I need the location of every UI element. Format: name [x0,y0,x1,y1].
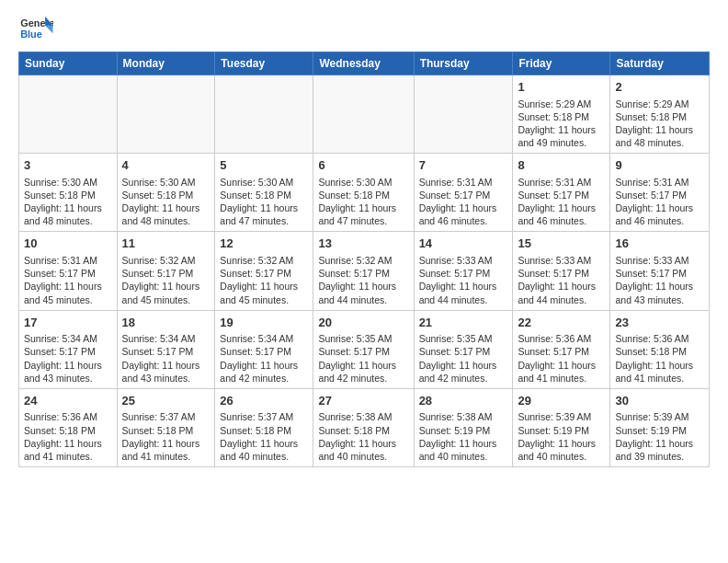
page: General Blue SundayMondayTuesdayWednesda… [0,0,728,482]
calendar-cell [215,75,313,154]
day-header-tuesday: Tuesday [215,52,313,75]
svg-marker-3 [45,26,52,33]
day-number: 10 [24,236,112,252]
calendar-cell: 1Sunrise: 5:29 AM Sunset: 5:18 PM Daylig… [513,75,610,154]
day-info: Sunrise: 5:35 AM Sunset: 5:17 PM Dayligh… [318,332,408,385]
calendar-cell: 16Sunrise: 5:33 AM Sunset: 5:17 PM Dayli… [610,232,710,310]
day-number: 1 [518,79,605,96]
day-number: 8 [518,157,605,174]
calendar-cell: 6Sunrise: 5:30 AM Sunset: 5:18 PM Daylig… [313,154,414,232]
day-info: Sunrise: 5:33 AM Sunset: 5:17 PM Dayligh… [615,254,704,306]
calendar-header-row: SundayMondayTuesdayWednesdayThursdayFrid… [19,52,710,75]
day-info: Sunrise: 5:39 AM Sunset: 5:19 PM Dayligh… [615,410,704,463]
calendar-cell: 24Sunrise: 5:36 AM Sunset: 5:18 PM Dayli… [19,388,118,466]
calendar-cell: 28Sunrise: 5:38 AM Sunset: 5:19 PM Dayli… [414,388,513,466]
calendar-cell [117,75,215,154]
calendar-cell: 3Sunrise: 5:30 AM Sunset: 5:18 PM Daylig… [19,154,118,232]
day-number: 2 [615,79,704,96]
day-info: Sunrise: 5:32 AM Sunset: 5:17 PM Dayligh… [318,254,408,306]
day-header-monday: Monday [117,52,215,75]
calendar-cell: 10Sunrise: 5:31 AM Sunset: 5:17 PM Dayli… [19,232,118,310]
day-info: Sunrise: 5:30 AM Sunset: 5:18 PM Dayligh… [24,176,112,228]
calendar-cell: 19Sunrise: 5:34 AM Sunset: 5:17 PM Dayli… [215,310,313,388]
day-number: 6 [318,157,408,174]
day-header-thursday: Thursday [414,52,513,75]
day-info: Sunrise: 5:36 AM Sunset: 5:18 PM Dayligh… [24,410,112,463]
calendar-cell: 22Sunrise: 5:36 AM Sunset: 5:17 PM Dayli… [513,310,610,388]
calendar-week-4: 24Sunrise: 5:36 AM Sunset: 5:18 PM Dayli… [19,388,710,466]
day-number: 27 [318,393,408,409]
day-header-wednesday: Wednesday [313,52,414,75]
calendar-week-1: 3Sunrise: 5:30 AM Sunset: 5:18 PM Daylig… [19,154,710,232]
day-number: 23 [615,315,704,331]
day-info: Sunrise: 5:38 AM Sunset: 5:18 PM Dayligh… [318,410,408,463]
day-info: Sunrise: 5:31 AM Sunset: 5:17 PM Dayligh… [615,176,704,228]
calendar-cell: 13Sunrise: 5:32 AM Sunset: 5:17 PM Dayli… [313,232,414,310]
day-info: Sunrise: 5:32 AM Sunset: 5:17 PM Dayligh… [122,254,210,306]
day-info: Sunrise: 5:31 AM Sunset: 5:17 PM Dayligh… [24,254,112,306]
day-number: 5 [220,157,308,174]
day-info: Sunrise: 5:30 AM Sunset: 5:18 PM Dayligh… [318,176,408,228]
day-number: 30 [615,393,704,409]
calendar-cell: 2Sunrise: 5:29 AM Sunset: 5:18 PM Daylig… [610,75,710,154]
calendar-cell: 15Sunrise: 5:33 AM Sunset: 5:17 PM Dayli… [513,232,610,310]
calendar-cell: 27Sunrise: 5:38 AM Sunset: 5:18 PM Dayli… [313,388,414,466]
header: General Blue [18,15,710,44]
day-info: Sunrise: 5:35 AM Sunset: 5:17 PM Dayligh… [419,332,508,385]
calendar-cell: 25Sunrise: 5:37 AM Sunset: 5:18 PM Dayli… [117,388,215,466]
day-info: Sunrise: 5:31 AM Sunset: 5:17 PM Dayligh… [419,176,508,228]
day-header-friday: Friday [513,52,610,75]
day-number: 13 [318,236,408,252]
calendar-cell [414,75,513,154]
day-number: 25 [122,393,210,409]
day-number: 7 [419,157,508,174]
calendar-cell: 11Sunrise: 5:32 AM Sunset: 5:17 PM Dayli… [117,232,215,310]
day-info: Sunrise: 5:33 AM Sunset: 5:17 PM Dayligh… [419,254,508,306]
calendar-cell: 26Sunrise: 5:37 AM Sunset: 5:18 PM Dayli… [215,388,313,466]
svg-text:Blue: Blue [20,29,42,40]
day-number: 15 [518,236,605,252]
calendar-cell: 7Sunrise: 5:31 AM Sunset: 5:17 PM Daylig… [414,154,513,232]
calendar-cell [19,75,118,154]
day-number: 3 [24,157,112,174]
day-info: Sunrise: 5:29 AM Sunset: 5:18 PM Dayligh… [615,98,704,150]
day-info: Sunrise: 5:30 AM Sunset: 5:18 PM Dayligh… [122,176,210,228]
calendar-cell: 14Sunrise: 5:33 AM Sunset: 5:17 PM Dayli… [414,232,513,310]
calendar-cell: 9Sunrise: 5:31 AM Sunset: 5:17 PM Daylig… [610,154,710,232]
day-number: 22 [518,315,605,331]
calendar-cell: 29Sunrise: 5:39 AM Sunset: 5:19 PM Dayli… [513,388,610,466]
day-info: Sunrise: 5:38 AM Sunset: 5:19 PM Dayligh… [419,410,508,463]
day-number: 17 [24,315,112,331]
calendar-week-3: 17Sunrise: 5:34 AM Sunset: 5:17 PM Dayli… [19,310,710,388]
day-number: 18 [122,315,210,331]
calendar-cell: 20Sunrise: 5:35 AM Sunset: 5:17 PM Dayli… [313,310,414,388]
logo-icon: General Blue [18,15,53,44]
day-number: 26 [220,393,308,409]
day-info: Sunrise: 5:30 AM Sunset: 5:18 PM Dayligh… [220,176,308,228]
day-header-sunday: Sunday [19,52,118,75]
calendar-cell: 30Sunrise: 5:39 AM Sunset: 5:19 PM Dayli… [610,388,710,466]
day-number: 28 [419,393,508,409]
day-number: 9 [615,157,704,174]
day-number: 19 [220,315,308,331]
day-info: Sunrise: 5:31 AM Sunset: 5:17 PM Dayligh… [518,176,605,228]
day-info: Sunrise: 5:34 AM Sunset: 5:17 PM Dayligh… [122,332,210,385]
day-header-saturday: Saturday [610,52,710,75]
calendar-cell: 21Sunrise: 5:35 AM Sunset: 5:17 PM Dayli… [414,310,513,388]
calendar-cell: 17Sunrise: 5:34 AM Sunset: 5:17 PM Dayli… [19,310,118,388]
day-info: Sunrise: 5:39 AM Sunset: 5:19 PM Dayligh… [518,410,605,463]
day-number: 16 [615,236,704,252]
day-info: Sunrise: 5:34 AM Sunset: 5:17 PM Dayligh… [220,332,308,385]
calendar-cell: 18Sunrise: 5:34 AM Sunset: 5:17 PM Dayli… [117,310,215,388]
day-info: Sunrise: 5:37 AM Sunset: 5:18 PM Dayligh… [220,410,308,463]
day-info: Sunrise: 5:36 AM Sunset: 5:18 PM Dayligh… [615,332,704,385]
calendar-week-0: 1Sunrise: 5:29 AM Sunset: 5:18 PM Daylig… [19,75,710,154]
day-info: Sunrise: 5:37 AM Sunset: 5:18 PM Dayligh… [122,410,210,463]
calendar-table: SundayMondayTuesdayWednesdayThursdayFrid… [18,52,710,467]
day-number: 4 [122,157,210,174]
day-number: 24 [24,393,112,409]
calendar-cell: 8Sunrise: 5:31 AM Sunset: 5:17 PM Daylig… [513,154,610,232]
day-number: 11 [122,236,210,252]
day-number: 21 [419,315,508,331]
calendar-cell: 4Sunrise: 5:30 AM Sunset: 5:18 PM Daylig… [117,154,215,232]
